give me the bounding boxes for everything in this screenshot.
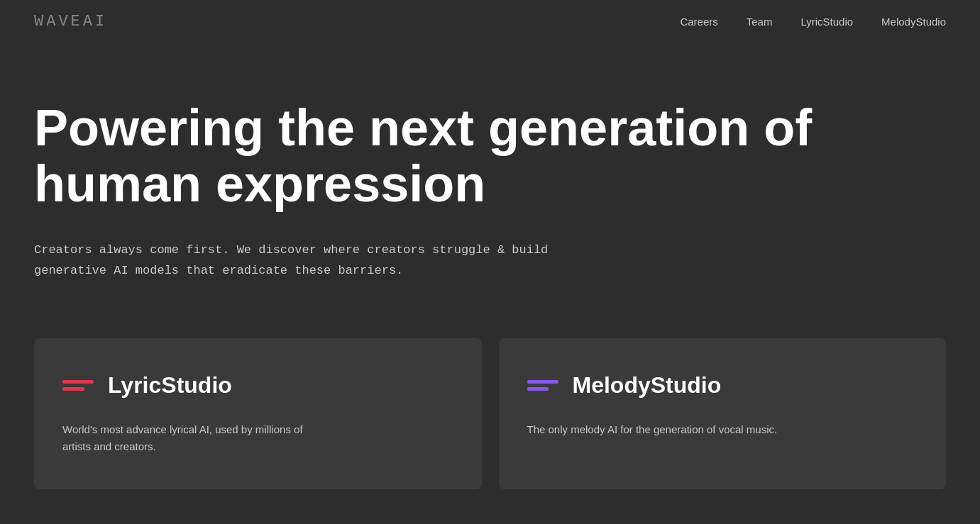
melodystudio-card[interactable]: MelodyStudio The only melody AI for the … xyxy=(499,338,947,489)
nav-links: Careers Team LyricStudio MelodyStudio xyxy=(680,16,946,28)
lyricstudio-card-header: LyricStudio xyxy=(62,372,453,398)
nav-item-team[interactable]: Team xyxy=(747,16,773,28)
navbar: WAVEAI Careers Team LyricStudio MelodySt… xyxy=(0,0,980,43)
melody-icon-line-2 xyxy=(527,387,549,391)
nav-link-team[interactable]: Team xyxy=(747,16,773,28)
lyric-icon-line-1 xyxy=(62,380,94,384)
melody-icon-line-1 xyxy=(527,380,558,384)
lyric-icon-line-2 xyxy=(62,387,84,391)
lyricstudio-description: World's most advance lyrical AI, used by… xyxy=(62,421,332,455)
lyricstudio-title: LyricStudio xyxy=(108,372,232,398)
nav-link-lyricstudio[interactable]: LyricStudio xyxy=(800,16,853,28)
nav-item-careers[interactable]: Careers xyxy=(680,16,717,28)
logo-text: WAVEAI xyxy=(34,13,107,30)
hero-title: Powering the next generation of human ex… xyxy=(34,100,815,212)
cards-section: LyricStudio World's most advance lyrical… xyxy=(0,324,980,523)
melodystudio-title: MelodyStudio xyxy=(573,372,722,398)
melodystudio-description: The only melody AI for the generation of… xyxy=(527,421,797,438)
nav-item-melodystudio[interactable]: MelodyStudio xyxy=(881,16,946,28)
nav-link-careers[interactable]: Careers xyxy=(680,16,717,28)
melodystudio-card-header: MelodyStudio xyxy=(527,372,918,398)
hero-section: Powering the next generation of human ex… xyxy=(0,43,980,324)
melodystudio-icon xyxy=(527,380,558,391)
nav-link-melodystudio[interactable]: MelodyStudio xyxy=(881,16,946,28)
hero-subtitle: Creators always come first. We discover … xyxy=(34,240,602,281)
lyricstudio-card[interactable]: LyricStudio World's most advance lyrical… xyxy=(34,338,482,489)
lyricstudio-icon xyxy=(62,380,94,391)
logo[interactable]: WAVEAI xyxy=(34,13,107,30)
nav-item-lyricstudio[interactable]: LyricStudio xyxy=(800,16,853,28)
